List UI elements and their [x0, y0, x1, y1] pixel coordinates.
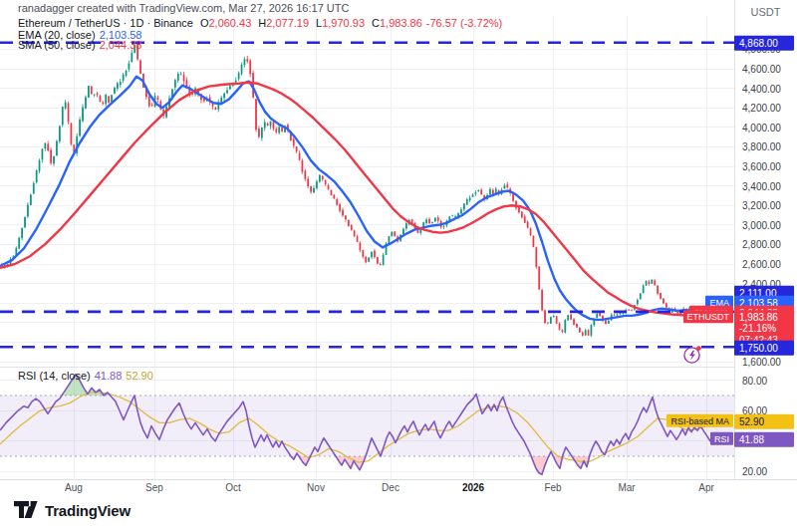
time-tick-label: Oct: [225, 482, 241, 493]
tradingview-logo[interactable]: TradingView: [14, 501, 131, 519]
rsi-label: RSI (14, close): [18, 370, 91, 382]
rsi-price-badge: RSI41.88: [710, 432, 794, 447]
symbol-title: Ethereum / TetherUS · 1D · Binance: [18, 17, 193, 29]
ohlc-open: O2,060.43: [197, 17, 251, 29]
time-tick-label: Apr: [698, 482, 714, 493]
sma-label: SMA (50, close): [18, 39, 96, 51]
level-price-badge: 1,750.00: [734, 341, 794, 356]
rsi-based-ma-price-badge: RSI-based MA52.90: [666, 414, 794, 429]
time-tick-label: Sep: [145, 482, 163, 493]
symbol-legend-row[interactable]: Ethereum / TetherUS · 1D · Binance O2,06…: [18, 17, 502, 29]
candles: [1, 42, 725, 337]
tradingview-logo-text: TradingView: [45, 502, 131, 519]
tradingview-logo-icon: [14, 501, 38, 519]
ohlc-close: C1,983.86: [369, 17, 422, 29]
sma-line: [0, 83, 724, 319]
time-tick-label: Feb: [544, 482, 561, 493]
rsi-value: 41.88: [95, 370, 123, 382]
price-tick-label: 3,400.00: [742, 180, 781, 191]
sma-value: 2,044.33: [100, 39, 142, 51]
time-tick-label: 2026: [462, 482, 484, 493]
level-price-badge: 4,868.00: [734, 36, 794, 51]
time-tick-label: Mar: [618, 482, 635, 493]
rsi-tick-label: 20.00: [742, 466, 767, 477]
ohlc-low: L1,970.93: [313, 17, 365, 29]
rsi-tick-label: 80.00: [742, 375, 767, 386]
price-tick-label: 3,600.00: [742, 161, 781, 172]
time-tick-label: Nov: [307, 482, 325, 493]
price-tick-label: 1,600.00: [742, 357, 781, 368]
tradingview-chart-window: ranadagger created with TradingView.com,…: [0, 0, 797, 532]
price-chart-canvas[interactable]: [0, 0, 734, 479]
price-tick-label: 3,200.00: [742, 200, 781, 211]
time-tick-label: Dec: [382, 482, 399, 493]
flash-events-icon[interactable]: [682, 345, 702, 365]
price-change: -76.57 (-3.72%): [426, 17, 502, 29]
price-tick-label: 2,800.00: [742, 239, 781, 250]
ohlc-high: H2,077.19: [255, 17, 309, 29]
price-tick-label: 3,000.00: [742, 219, 781, 230]
axis-currency-label: USDT: [734, 6, 797, 18]
sma-legend-row[interactable]: SMA (50, close) 2,044.33: [18, 39, 141, 51]
price-tick-label: 4,400.00: [742, 83, 781, 94]
time-tick-label: Aug: [65, 482, 83, 493]
price-tick-label: 3,800.00: [742, 141, 781, 152]
rsi-legend-row[interactable]: RSI (14, close) 41.88 52.90: [18, 370, 153, 382]
price-tick-label: 4,200.00: [742, 103, 781, 114]
price-tick-label: 4,000.00: [742, 122, 781, 133]
price-tick-label: 4,600.00: [742, 64, 781, 75]
rsi-ma-value: 52.90: [126, 370, 153, 382]
attribution-text: ranadagger created with TradingView.com,…: [18, 2, 349, 14]
price-tick-label: 2,600.00: [742, 259, 781, 270]
